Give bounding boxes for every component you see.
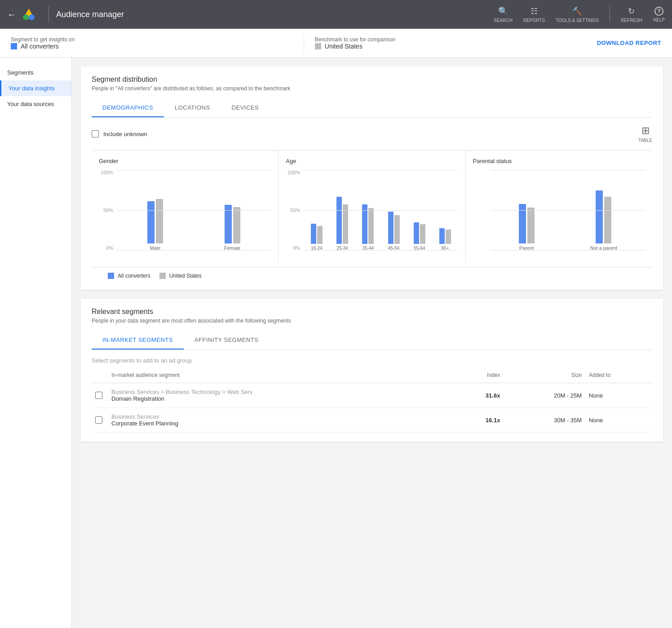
row2-checkbox-cell[interactable] (92, 408, 108, 433)
row2-size: 30M - 35M (504, 408, 585, 433)
th-index: Index (453, 367, 504, 383)
back-button[interactable]: ← (7, 9, 16, 20)
parental-not-parent-group: Not a parent (590, 190, 617, 251)
tab-in-market[interactable]: IN-MARKET SEGMENTS (92, 331, 184, 349)
refresh-icon: ↻ (628, 6, 635, 16)
chart-controls: Include unknown ⊞ TABLE (92, 125, 652, 143)
svg-point-2 (23, 14, 29, 20)
parental-not-parent-gray-bar (604, 197, 611, 243)
y-label-0-gender: 0% (106, 245, 113, 251)
benchmark-label: Benchmark to use for comparison (315, 36, 395, 43)
relevant-segments-tabs: IN-MARKET SEGMENTS AFFINITY SEGMENTS (92, 331, 652, 350)
age-65plus-group: 65+ (439, 228, 451, 251)
include-unknown-checkbox[interactable]: Include unknown (92, 130, 147, 137)
gender-chart-inner: Male Female (117, 170, 271, 251)
sidebar-item-sources-label: Your data sources (7, 101, 54, 107)
refresh-nav-button[interactable]: ↻ REFRESH (621, 6, 642, 23)
legend-item-all-converters: All converters (108, 273, 150, 279)
age-chart-label: Age (286, 158, 458, 164)
row1-category: Business Services > Business Technology … (111, 389, 450, 395)
sidebar: Segments Your data insights Your data so… (0, 57, 72, 628)
gender-female-group: Female (224, 205, 241, 251)
age-chart-area: 100% 50% 0% (286, 170, 458, 260)
svg-point-1 (29, 14, 35, 20)
age-18-24-gray-bar (317, 226, 323, 244)
age-45-54-group: 45-54 (388, 212, 400, 251)
segment-value-text: All converters (21, 43, 59, 50)
table-row: Business Services Corporate Event Planni… (92, 408, 652, 433)
tab-affinity[interactable]: AFFINITY SEGMENTS (184, 331, 270, 349)
segment-controls: Segment to get insights on All converter… (11, 36, 75, 50)
main-layout: Segments Your data insights Your data so… (0, 57, 672, 628)
tab-locations[interactable]: LOCATIONS (164, 99, 221, 117)
tab-demographics[interactable]: DEMOGRAPHICS (92, 99, 164, 117)
sidebar-item-your-data-sources[interactable]: Your data sources (0, 96, 71, 112)
nav-icons: 🔍 SEARCH ☷ REPORTS 🔨 TOOLS & SETTINGS ↻ … (494, 6, 665, 23)
row2-segment-stack: Business Services Corporate Event Planni… (111, 413, 450, 427)
y-label-50-gender: 50% (103, 208, 113, 213)
reports-label: REPORTS (523, 18, 545, 23)
tools-nav-button[interactable]: 🔨 TOOLS & SETTINGS (556, 6, 599, 23)
distribution-card-title: Segment distribution (92, 75, 652, 84)
checkbox-box (92, 130, 99, 137)
y-label-100-age: 100% (287, 170, 300, 175)
grid-line-bottom-age (304, 250, 458, 251)
sidebar-item-segments-label: Segments (7, 69, 34, 76)
google-ads-logo (22, 7, 36, 22)
legend-label-united-states: United States (169, 273, 202, 279)
th-size: Size (504, 367, 585, 383)
age-65plus-gray-bar (446, 230, 451, 244)
sidebar-item-your-data-insights[interactable]: Your data insights (0, 80, 71, 96)
row1-size: 20M - 25M (504, 383, 585, 408)
segment-value[interactable]: All converters (11, 43, 75, 50)
grid-line-top-age (304, 170, 458, 170)
help-nav-button[interactable]: ? HELP (653, 7, 665, 22)
row1-checkbox[interactable] (95, 392, 102, 399)
age-55-64-group: 55-64 (414, 222, 425, 251)
download-report-button[interactable]: DOWNLOAD REPORT (597, 40, 661, 46)
segment-color-indicator (11, 43, 17, 49)
reports-nav-button[interactable]: ☷ REPORTS (523, 6, 545, 23)
main-content: Segment distribution People in "All conv… (72, 57, 672, 628)
tab-devices[interactable]: DEVICES (221, 99, 270, 117)
age-65plus-blue-bar (439, 228, 445, 244)
parental-chart-inner: Parent Not a parent (491, 170, 645, 251)
row2-checkbox[interactable] (95, 416, 102, 424)
nav-divider (49, 6, 49, 22)
parental-chart-label: Parental status (473, 158, 645, 164)
gender-male-group: Male (147, 199, 163, 251)
row2-index: 16.1x (453, 408, 504, 433)
relevant-segments-subtitle: People in your data segment are most oft… (92, 318, 652, 324)
top-nav: ← Audience manager 🔍 SEARCH ☷ REPORTS 🔨 … (0, 0, 672, 29)
sidebar-item-insights-label: Your data insights (9, 85, 55, 92)
table-header-row: In-market audience segment Index Size Ad… (92, 367, 652, 383)
benchmark-value-text: United States (325, 43, 363, 50)
benchmark-color-indicator (315, 43, 321, 49)
legend-label-all-converters: All converters (118, 273, 150, 279)
row2-name: Corporate Event Planning (111, 420, 450, 427)
benchmark-value[interactable]: United States (315, 43, 395, 50)
row1-checkbox-cell[interactable] (92, 383, 108, 408)
segment-label: Segment to get insights on (11, 36, 75, 43)
gender-male-gray-bar (156, 199, 163, 243)
y-label-100-gender: 100% (101, 170, 113, 175)
search-nav-button[interactable]: 🔍 SEARCH (494, 6, 513, 23)
app-title: Audience manager (56, 10, 494, 19)
table-view-button[interactable]: ⊞ TABLE (638, 125, 652, 143)
benchmark-controls: Benchmark to use for comparison United S… (315, 36, 395, 50)
age-25-34-group: 25-34 (336, 197, 348, 251)
distribution-card-subtitle: People in "All converters" are distribut… (92, 85, 652, 92)
sidebar-item-segments[interactable]: Segments (0, 65, 71, 80)
th-checkbox (92, 367, 108, 383)
age-chart-inner: 18-24 25-34 (304, 170, 458, 251)
gender-chart-area: 100% 50% 0% (99, 170, 271, 260)
age-25-34-blue-bar (336, 197, 342, 244)
row1-added: None (585, 383, 652, 408)
nav-icon-divider (610, 6, 610, 22)
table-row: Business Services > Business Technology … (92, 383, 652, 408)
grid-line-bottom-parental (491, 250, 645, 251)
age-55-64-gray-bar (420, 224, 425, 244)
row1-index: 31.6x (453, 383, 504, 408)
chart-legend: All converters United States (92, 267, 652, 281)
parental-chart-area: Parent Not a parent (473, 170, 645, 260)
